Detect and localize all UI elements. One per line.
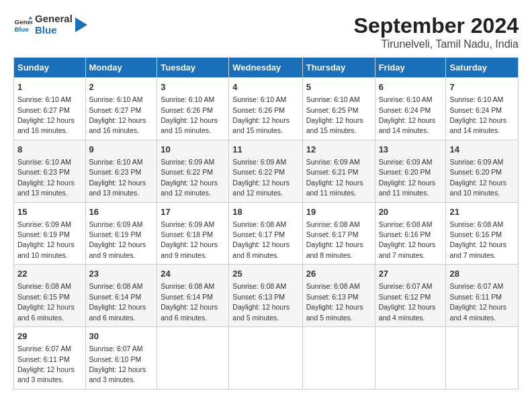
header-cell-sunday: Sunday <box>14 58 86 78</box>
day-cell: 8Sunrise: 6:10 AMSunset: 6:23 PMDaylight… <box>14 140 86 202</box>
day-number: 7 <box>449 81 515 93</box>
day-info: Sunrise: 6:10 AMSunset: 6:26 PMDaylight:… <box>161 95 218 134</box>
day-number: 11 <box>232 144 298 156</box>
day-cell: 20Sunrise: 6:08 AMSunset: 6:16 PMDayligh… <box>375 202 446 265</box>
day-info: Sunrise: 6:10 AMSunset: 6:27 PMDaylight:… <box>89 95 146 134</box>
day-cell: 6Sunrise: 6:10 AMSunset: 6:24 PMDaylight… <box>375 78 446 140</box>
day-number: 24 <box>161 268 225 280</box>
day-info: Sunrise: 6:07 AMSunset: 6:11 PMDaylight:… <box>449 282 506 321</box>
day-cell: 21Sunrise: 6:08 AMSunset: 6:16 PMDayligh… <box>446 202 519 265</box>
page-header: General Blue General Blue September 2024… <box>13 13 519 50</box>
day-number: 2 <box>89 81 154 93</box>
day-number: 25 <box>232 268 298 280</box>
day-number: 26 <box>306 268 371 280</box>
day-info: Sunrise: 6:10 AMSunset: 6:23 PMDaylight:… <box>17 158 75 197</box>
day-number: 5 <box>306 81 371 93</box>
day-info: Sunrise: 6:09 AMSunset: 6:19 PMDaylight:… <box>89 220 146 259</box>
day-cell: 9Sunrise: 6:10 AMSunset: 6:23 PMDaylight… <box>85 140 157 202</box>
day-info: Sunrise: 6:09 AMSunset: 6:19 PMDaylight:… <box>17 220 75 259</box>
day-number: 19 <box>306 206 371 218</box>
svg-marker-3 <box>75 17 87 32</box>
day-number: 8 <box>17 144 82 156</box>
page-title: September 2024 <box>354 13 519 38</box>
day-number: 6 <box>379 81 443 93</box>
day-cell: 11Sunrise: 6:09 AMSunset: 6:22 PMDayligh… <box>229 140 302 202</box>
day-cell: 1Sunrise: 6:10 AMSunset: 6:27 PMDaylight… <box>14 78 86 140</box>
day-cell: 18Sunrise: 6:08 AMSunset: 6:17 PMDayligh… <box>229 202 302 265</box>
logo: General Blue General Blue <box>13 13 87 36</box>
day-number: 30 <box>89 330 154 342</box>
header-row: SundayMondayTuesdayWednesdayThursdayFrid… <box>14 58 519 78</box>
header-cell-tuesday: Tuesday <box>157 58 229 78</box>
day-cell: 13Sunrise: 6:09 AMSunset: 6:20 PMDayligh… <box>375 140 446 202</box>
logo-general: General <box>35 13 73 25</box>
day-info: Sunrise: 6:10 AMSunset: 6:26 PMDaylight:… <box>232 95 290 134</box>
day-cell <box>157 327 229 390</box>
day-number: 29 <box>17 330 82 342</box>
day-cell: 28Sunrise: 6:07 AMSunset: 6:11 PMDayligh… <box>446 265 519 327</box>
day-info: Sunrise: 6:08 AMSunset: 6:15 PMDaylight:… <box>17 282 75 321</box>
day-number: 10 <box>161 144 225 156</box>
day-number: 15 <box>17 206 82 218</box>
day-info: Sunrise: 6:08 AMSunset: 6:13 PMDaylight:… <box>232 282 290 321</box>
day-info: Sunrise: 6:10 AMSunset: 6:24 PMDaylight:… <box>379 95 436 134</box>
day-number: 1 <box>17 81 82 93</box>
day-number: 14 <box>449 144 515 156</box>
day-cell: 24Sunrise: 6:08 AMSunset: 6:14 PMDayligh… <box>157 265 229 327</box>
day-info: Sunrise: 6:08 AMSunset: 6:16 PMDaylight:… <box>379 220 436 259</box>
day-info: Sunrise: 6:10 AMSunset: 6:25 PMDaylight:… <box>306 95 363 134</box>
day-cell: 29Sunrise: 6:07 AMSunset: 6:11 PMDayligh… <box>14 327 86 390</box>
day-number: 17 <box>161 206 225 218</box>
day-cell: 25Sunrise: 6:08 AMSunset: 6:13 PMDayligh… <box>229 265 302 327</box>
day-number: 3 <box>161 81 225 93</box>
day-cell: 4Sunrise: 6:10 AMSunset: 6:26 PMDaylight… <box>229 78 302 140</box>
day-number: 18 <box>232 206 298 218</box>
header-cell-monday: Monday <box>85 58 157 78</box>
header-cell-thursday: Thursday <box>302 58 375 78</box>
day-info: Sunrise: 6:07 AMSunset: 6:11 PMDaylight:… <box>17 345 75 383</box>
day-cell: 19Sunrise: 6:08 AMSunset: 6:17 PMDayligh… <box>302 202 375 265</box>
page-subtitle: Tirunelveli, Tamil Nadu, India <box>354 38 519 50</box>
week-row-1: 1Sunrise: 6:10 AMSunset: 6:27 PMDaylight… <box>14 78 519 140</box>
day-info: Sunrise: 6:08 AMSunset: 6:14 PMDaylight:… <box>161 282 218 321</box>
logo-arrow-icon <box>75 17 87 32</box>
day-info: Sunrise: 6:07 AMSunset: 6:10 PMDaylight:… <box>89 345 146 383</box>
day-cell: 14Sunrise: 6:09 AMSunset: 6:20 PMDayligh… <box>446 140 519 202</box>
day-info: Sunrise: 6:08 AMSunset: 6:16 PMDaylight:… <box>449 220 506 259</box>
day-number: 13 <box>379 144 443 156</box>
day-number: 28 <box>449 268 515 280</box>
title-block: September 2024 Tirunelveli, Tamil Nadu, … <box>354 13 519 50</box>
day-cell <box>229 327 302 390</box>
header-cell-saturday: Saturday <box>446 58 519 78</box>
day-cell: 23Sunrise: 6:08 AMSunset: 6:14 PMDayligh… <box>85 265 157 327</box>
logo-icon: General Blue <box>13 15 32 34</box>
day-number: 21 <box>449 206 515 218</box>
week-row-2: 8Sunrise: 6:10 AMSunset: 6:23 PMDaylight… <box>14 140 519 202</box>
day-info: Sunrise: 6:08 AMSunset: 6:14 PMDaylight:… <box>89 282 146 321</box>
day-number: 23 <box>89 268 154 280</box>
day-cell <box>375 327 446 390</box>
day-number: 27 <box>379 268 443 280</box>
day-info: Sunrise: 6:10 AMSunset: 6:24 PMDaylight:… <box>449 95 506 134</box>
day-cell: 2Sunrise: 6:10 AMSunset: 6:27 PMDaylight… <box>85 78 157 140</box>
day-info: Sunrise: 6:08 AMSunset: 6:17 PMDaylight:… <box>306 220 363 259</box>
day-info: Sunrise: 6:08 AMSunset: 6:13 PMDaylight:… <box>306 282 363 321</box>
week-row-4: 22Sunrise: 6:08 AMSunset: 6:15 PMDayligh… <box>14 265 519 327</box>
day-number: 12 <box>306 144 371 156</box>
day-info: Sunrise: 6:09 AMSunset: 6:21 PMDaylight:… <box>306 158 363 197</box>
day-cell: 30Sunrise: 6:07 AMSunset: 6:10 PMDayligh… <box>85 327 157 390</box>
day-info: Sunrise: 6:09 AMSunset: 6:22 PMDaylight:… <box>161 158 218 197</box>
day-info: Sunrise: 6:10 AMSunset: 6:23 PMDaylight:… <box>89 158 146 197</box>
logo-blue: Blue <box>35 25 73 36</box>
day-cell: 16Sunrise: 6:09 AMSunset: 6:19 PMDayligh… <box>85 202 157 265</box>
day-cell: 15Sunrise: 6:09 AMSunset: 6:19 PMDayligh… <box>14 202 86 265</box>
calendar-table: SundayMondayTuesdayWednesdayThursdayFrid… <box>13 57 519 390</box>
day-cell: 3Sunrise: 6:10 AMSunset: 6:26 PMDaylight… <box>157 78 229 140</box>
day-number: 16 <box>89 206 154 218</box>
day-cell: 12Sunrise: 6:09 AMSunset: 6:21 PMDayligh… <box>302 140 375 202</box>
day-cell: 22Sunrise: 6:08 AMSunset: 6:15 PMDayligh… <box>14 265 86 327</box>
day-cell: 10Sunrise: 6:09 AMSunset: 6:22 PMDayligh… <box>157 140 229 202</box>
week-row-3: 15Sunrise: 6:09 AMSunset: 6:19 PMDayligh… <box>14 202 519 265</box>
day-number: 20 <box>379 206 443 218</box>
day-cell: 7Sunrise: 6:10 AMSunset: 6:24 PMDaylight… <box>446 78 519 140</box>
